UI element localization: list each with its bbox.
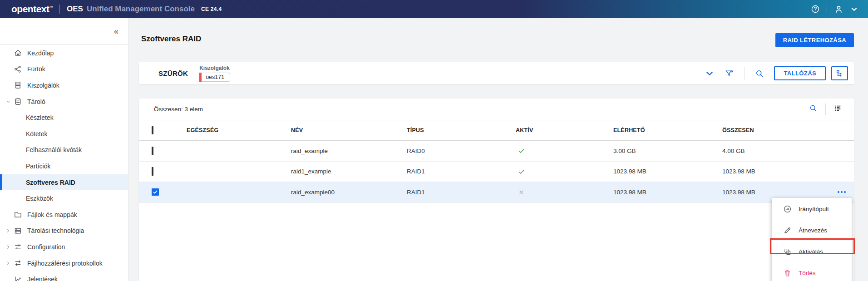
folder-icon	[14, 210, 27, 219]
search-icon[interactable]	[809, 104, 818, 114]
column-header-nev[interactable]: NÉV	[291, 127, 407, 133]
create-raid-button[interactable]: RAID LÉTREHOZÁSA	[775, 33, 854, 47]
available-size: 1023.98 MB	[613, 189, 722, 196]
sidebar-item-label: Kezdőlap	[27, 49, 54, 57]
browse-button[interactable]: TALLÓZÁS	[774, 66, 826, 80]
chevron-right-icon[interactable]	[3, 261, 14, 266]
row-checkbox[interactable]	[152, 147, 153, 155]
chip-value: oes171	[202, 73, 230, 82]
table-toolbar: Összesen: 3 elem	[139, 99, 854, 120]
sidebar-item-szoftveres-raid[interactable]: Szoftveres RAID	[0, 174, 128, 191]
tree-browse-icon[interactable]	[831, 66, 848, 80]
sidebar-item-furtok[interactable]: Fürtök	[0, 61, 128, 78]
chevron-right-icon[interactable]	[3, 244, 14, 250]
menu-item-label: Aktiválás	[799, 248, 823, 255]
sidebar-item-label: Fájlok és mappák	[27, 211, 77, 218]
total-size: 1023.98 MB	[722, 189, 813, 196]
sliders-icon	[14, 242, 27, 251]
header-actions	[811, 5, 858, 14]
sidebar-item-tarolo[interactable]: Tároló	[0, 94, 128, 110]
sidebar-nav: Kezdőlap Fürtök Kiszolgálók Tároló Készl…	[0, 45, 128, 281]
chevron-down-icon[interactable]	[705, 69, 715, 79]
table-row[interactable]: raid1_example RAID1 1023.98 MB 1023.98 M…	[139, 162, 854, 182]
menu-item-iranyitopult[interactable]: Irányítópult	[772, 198, 852, 220]
sidebar-item-fajlhozzaferesi-protokollok[interactable]: Fájlhozzáférési protokollok	[0, 255, 128, 271]
search-icon[interactable]	[755, 69, 764, 78]
version-badge: CE 24.4	[201, 6, 222, 12]
available-size: 1023.98 MB	[613, 168, 722, 175]
sidebar-item-fajlok-es-mappak[interactable]: Fájlok és mappák	[0, 207, 128, 223]
raid-name: raid1_example	[291, 168, 407, 175]
raid-type: RAID0	[407, 148, 516, 154]
row-checkbox[interactable]	[152, 167, 153, 176]
menu-item-label: Irányítópult	[799, 206, 829, 212]
sidebar: « Kezdőlap Fürtök Kiszolgálók Tároló	[0, 18, 128, 281]
chevron-down-icon[interactable]	[850, 5, 858, 13]
table-row-selected[interactable]: raid_example00 RAID1 1023.98 MB 1023.98 …	[139, 182, 854, 203]
sidebar-item-label: Jelentések	[27, 276, 58, 281]
product-abbrev: OES	[67, 5, 83, 14]
column-header-osszesen[interactable]: ÖSSZESEN	[722, 127, 813, 133]
raid-name: raid_example00	[291, 189, 407, 196]
menu-item-label: Törlés	[799, 270, 816, 276]
sidebar-item-label: Fürtök	[27, 65, 45, 73]
header-divider	[59, 5, 60, 14]
collapse-sidebar-icon[interactable]: «	[114, 27, 118, 36]
sidebar-item-kotetek[interactable]: Kötetek	[0, 126, 128, 142]
sidebar-item-keszletek[interactable]: Készletek	[0, 109, 128, 126]
column-header-tipus[interactable]: TÍPUS	[407, 127, 516, 133]
page-title: Szoftveres RAID	[141, 35, 201, 44]
sidebar-item-tarolasi-technologia[interactable]: Tárolási technológia	[0, 223, 128, 239]
drives-icon	[14, 227, 27, 235]
inactive-x-icon	[518, 188, 613, 196]
trademark: ™	[49, 5, 53, 10]
menu-item-aktivalas[interactable]: Aktiválás	[772, 241, 852, 262]
activate-icon	[783, 247, 792, 256]
sidebar-item-label: Tároló	[27, 98, 45, 105]
raid-table: Összesen: 3 elem EGÉSZSÉG NÉV TÍPUS AKTÍ…	[139, 99, 854, 281]
row-context-menu: Irányítópult Átnevezés Aktiválás Törlés	[772, 198, 852, 281]
list-columns-icon[interactable]	[833, 104, 842, 114]
more-options-icon[interactable]	[838, 191, 854, 193]
sidebar-item-label: Configuration	[27, 243, 65, 251]
active-check-icon	[518, 168, 613, 176]
sidebar-item-kiszolgalok[interactable]: Kiszolgálók	[0, 77, 128, 94]
sidebar-item-jelentesek[interactable]: Jelentések	[0, 271, 128, 281]
delete-icon	[783, 269, 792, 277]
user-icon[interactable]	[834, 5, 843, 14]
row-checkbox-checked[interactable]	[152, 188, 159, 196]
column-header-aktiv[interactable]: AKTÍV	[516, 127, 613, 133]
table-row[interactable]: raid_example RAID0 3.00 GB 4.00 GB	[139, 141, 854, 162]
app-window: opentext™ OES Unified Management Console…	[0, 0, 868, 281]
raid-type: RAID1	[407, 168, 516, 175]
opentext-logo: opentext™	[11, 4, 53, 15]
help-icon[interactable]	[811, 5, 820, 14]
column-header-elerheto[interactable]: ELÉRHETŐ	[613, 127, 722, 133]
clear-filter-icon[interactable]	[725, 69, 735, 79]
menu-item-torles[interactable]: Törlés	[772, 262, 852, 281]
menu-item-atnevezes[interactable]: Átnevezés	[772, 220, 852, 241]
sidebar-item-kezdolap[interactable]: Kezdőlap	[0, 45, 128, 61]
sidebar-item-configuration[interactable]: Configuration	[0, 239, 128, 255]
sidebar-item-particiok[interactable]: Partíciók	[0, 158, 128, 174]
select-all-checkbox[interactable]	[152, 126, 153, 134]
rename-icon	[783, 226, 792, 235]
sidebar-item-felhasznaloi-kvotak[interactable]: Felhasználói kvóták	[0, 142, 128, 158]
total-size: 1023.98 MB	[722, 168, 813, 175]
home-icon	[14, 49, 27, 57]
table-toolbar-actions	[809, 104, 842, 115]
report-icon	[14, 275, 27, 281]
server-icon	[14, 81, 27, 89]
menu-item-label: Átnevezés	[799, 227, 827, 234]
chevron-down-icon[interactable]	[3, 99, 14, 104]
filter-chip[interactable]: oes171	[199, 73, 230, 82]
chevron-right-icon[interactable]	[3, 228, 14, 233]
sidebar-item-label: Fájlhozzáférési protokollok	[27, 260, 103, 267]
available-size: 3.00 GB	[613, 148, 722, 154]
app-header: opentext™ OES Unified Management Console…	[0, 0, 868, 18]
raid-type: RAID1	[407, 189, 516, 196]
sidebar-top: «	[0, 18, 128, 45]
column-header-egeszseg[interactable]: EGÉSZSÉG	[187, 127, 291, 133]
sidebar-item-eszkozok[interactable]: Eszközök	[0, 190, 128, 207]
filters-label: SZŰRŐK	[158, 69, 188, 77]
